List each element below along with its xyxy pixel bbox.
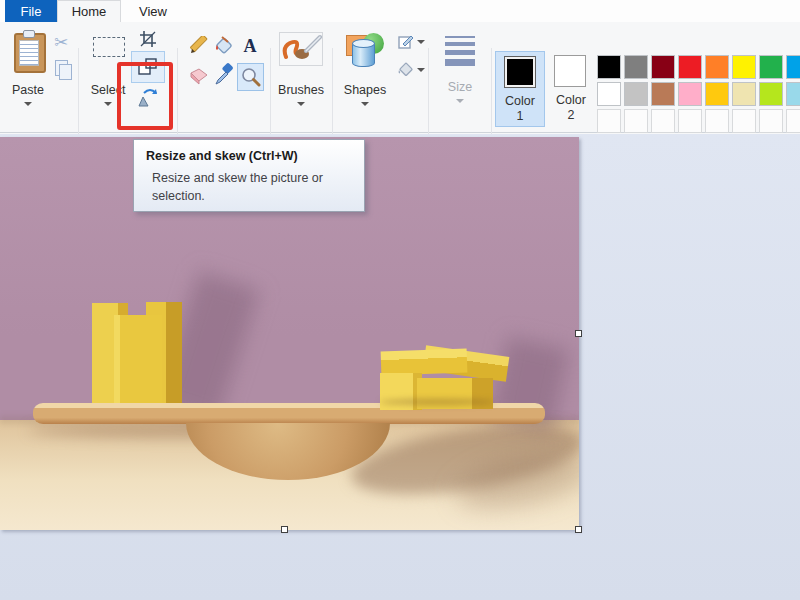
palette-empty-slot[interactable]: [624, 109, 648, 133]
magnifier-button[interactable]: [237, 63, 264, 91]
palette-empty-slot[interactable]: [651, 109, 675, 133]
color2-label: Color: [549, 93, 593, 107]
palette-empty-slot[interactable]: [705, 109, 729, 133]
palette-swatch[interactable]: [678, 82, 702, 106]
size-icon: [445, 42, 475, 46]
paste-label: Paste: [6, 83, 50, 97]
palette-swatch[interactable]: [786, 82, 800, 106]
copy-icon: [59, 64, 72, 80]
eraser-icon: [187, 67, 209, 85]
tab-bar: File Home View: [0, 0, 800, 22]
size-group: Size: [428, 22, 491, 133]
selection-handle-right-middle[interactable]: [575, 330, 582, 337]
ribbon: Paste ✂ Clipboard Select: [0, 22, 800, 133]
pencil-icon: [188, 36, 208, 56]
palette-empty-slot[interactable]: [732, 109, 756, 133]
clipboard-group: Paste ✂ Clipboard: [0, 22, 78, 133]
paint-window: File Home View Paste ✂: [0, 0, 800, 600]
tooltip-body: Resize and skew the picture or selection…: [146, 169, 352, 205]
copy-button[interactable]: [48, 56, 74, 82]
palette-empty-slot[interactable]: [597, 109, 621, 133]
size-button[interactable]: Size: [434, 30, 486, 108]
palette-swatch[interactable]: [732, 55, 756, 79]
select-dropdown-arrow: [104, 102, 112, 106]
shapes-icon: [352, 41, 375, 67]
group-divider: [491, 48, 492, 148]
brushes-group: Brushes: [270, 22, 332, 133]
palette-swatch[interactable]: [651, 82, 675, 106]
cut-button[interactable]: ✂: [48, 30, 74, 54]
shape-outline-icon: [397, 33, 415, 51]
pencil-button[interactable]: [186, 34, 210, 58]
shape-outline-button[interactable]: [394, 30, 428, 54]
palette-swatch[interactable]: [786, 55, 800, 79]
color-picker-button[interactable]: [212, 62, 236, 88]
size-icon: [445, 36, 475, 38]
paste-clipboard-icon: [14, 33, 46, 73]
brushes-button[interactable]: Brushes: [273, 30, 329, 108]
shapes-label: Shapes: [338, 83, 392, 97]
palette-empty-slot[interactable]: [678, 109, 702, 133]
size-dropdown-arrow: [456, 99, 464, 103]
shape-outline-dropdown-arrow: [417, 40, 425, 44]
palette-swatch[interactable]: [705, 55, 729, 79]
color1-number: 1: [496, 109, 544, 123]
color2-button[interactable]: Color 2: [549, 51, 593, 127]
tools-group: A Tools: [177, 22, 270, 133]
color1-button[interactable]: Color 1: [495, 51, 545, 127]
paste-dropdown-arrow: [24, 102, 32, 106]
palette-swatch[interactable]: [759, 82, 783, 106]
palette-swatch[interactable]: [651, 55, 675, 79]
color2-number: 2: [549, 108, 593, 122]
color-palette: [597, 55, 800, 133]
shapes-dropdown-arrow: [361, 102, 369, 106]
shapes-button[interactable]: Shapes: [338, 30, 392, 108]
text-tool-button[interactable]: A: [238, 34, 262, 58]
select-icon: [93, 37, 125, 57]
text-tool-icon: A: [244, 36, 257, 57]
selection-handle-bottom-middle[interactable]: [281, 526, 288, 533]
crop-button[interactable]: [133, 28, 163, 49]
palette-swatch[interactable]: [597, 55, 621, 79]
crop-icon: [139, 30, 157, 48]
color1-swatch: [504, 56, 536, 88]
magnifier-icon: [241, 67, 261, 87]
palette-empty-slot[interactable]: [759, 109, 783, 133]
shapes-group: Shapes Shapes: [332, 22, 428, 133]
yellow-block: [114, 315, 162, 410]
tooltip: Resize and skew (Ctrl+W) Resize and skew…: [133, 139, 365, 212]
fill-button[interactable]: [212, 34, 236, 58]
tab-view[interactable]: View: [121, 0, 185, 22]
palette-swatch[interactable]: [624, 82, 648, 106]
color2-swatch: [554, 55, 586, 87]
selection-handle-bottom-right[interactable]: [575, 526, 582, 533]
palette-swatch[interactable]: [624, 55, 648, 79]
eraser-button[interactable]: [186, 64, 210, 88]
palette-empty-slot[interactable]: [786, 109, 800, 133]
tab-home[interactable]: Home: [57, 0, 121, 22]
palette-swatch[interactable]: [597, 82, 621, 106]
paste-button[interactable]: Paste: [6, 30, 50, 108]
work-area[interactable]: Resize and skew (Ctrl+W) Resize and skew…: [0, 134, 800, 600]
brush-icon: [279, 32, 323, 66]
size-icon: [445, 59, 475, 66]
palette-swatch[interactable]: [678, 55, 702, 79]
tooltip-title: Resize and skew (Ctrl+W): [146, 149, 352, 163]
size-icon: [445, 50, 475, 55]
cut-icon: ✂: [54, 32, 68, 53]
tab-file[interactable]: File: [5, 0, 57, 22]
brushes-dropdown-arrow: [297, 102, 305, 106]
color1-label: Color: [496, 94, 544, 108]
palette-swatch[interactable]: [705, 82, 729, 106]
palette-swatch[interactable]: [732, 82, 756, 106]
size-label: Size: [434, 80, 486, 94]
shape-fill-icon: [397, 62, 415, 78]
yellow-block: [381, 349, 468, 376]
eyedropper-icon: [213, 63, 235, 87]
shape-fill-button[interactable]: [394, 58, 428, 82]
palette-swatch[interactable]: [759, 55, 783, 79]
fill-bucket-icon: [213, 35, 235, 57]
annotation-highlight-box: [117, 62, 173, 130]
brushes-label: Brushes: [273, 83, 329, 97]
shape-fill-dropdown-arrow: [417, 68, 425, 72]
